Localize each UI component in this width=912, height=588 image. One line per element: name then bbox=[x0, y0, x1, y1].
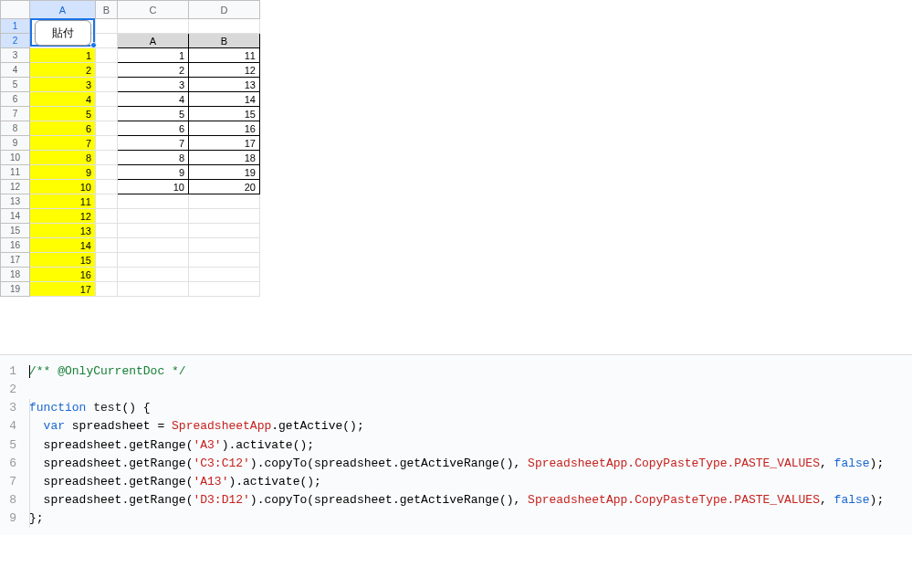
row-header[interactable]: 4 bbox=[1, 63, 30, 78]
cell[interactable]: 4 bbox=[118, 92, 189, 107]
cell[interactable] bbox=[96, 194, 118, 209]
cell[interactable]: 3 bbox=[118, 78, 189, 92]
cell[interactable]: 17 bbox=[189, 136, 260, 151]
cell[interactable]: 1 bbox=[118, 48, 189, 63]
cell[interactable] bbox=[96, 107, 118, 121]
code-line[interactable]: 4 var spreadsheet = SpreadsheetApp.getAc… bbox=[0, 417, 912, 436]
row-header[interactable]: 12 bbox=[1, 180, 30, 194]
row-header[interactable]: 6 bbox=[1, 92, 30, 107]
row-header[interactable]: 11 bbox=[1, 165, 30, 180]
cell[interactable] bbox=[96, 238, 118, 253]
cell[interactable]: 15 bbox=[30, 253, 96, 268]
row-header[interactable]: 2 bbox=[1, 34, 30, 48]
cell[interactable] bbox=[96, 209, 118, 224]
cell[interactable]: 16 bbox=[30, 268, 96, 282]
cell[interactable]: 11 bbox=[189, 48, 260, 63]
cell[interactable]: 1 bbox=[30, 48, 96, 63]
row-header[interactable]: 3 bbox=[1, 48, 30, 63]
cell[interactable] bbox=[96, 63, 118, 78]
code-line[interactable]: 9}; bbox=[0, 509, 912, 528]
row-header[interactable]: 9 bbox=[1, 136, 30, 151]
cell[interactable]: 6 bbox=[30, 121, 96, 136]
cell[interactable] bbox=[118, 282, 189, 297]
code-line[interactable]: 2 bbox=[0, 381, 912, 399]
cell[interactable] bbox=[96, 92, 118, 107]
code-line[interactable]: 8 spreadsheet.getRange('D3:D12').copyTo(… bbox=[0, 491, 912, 509]
cell[interactable]: 11 bbox=[30, 194, 96, 209]
code-line[interactable]: 5 spreadsheet.getRange('A3').activate(); bbox=[0, 436, 912, 455]
code-content[interactable]: }; bbox=[29, 509, 44, 528]
cell[interactable] bbox=[118, 19, 189, 34]
cell[interactable] bbox=[189, 268, 260, 282]
cell[interactable]: 20 bbox=[189, 180, 260, 194]
row-header[interactable]: 10 bbox=[1, 151, 30, 165]
code-line[interactable]: 7 spreadsheet.getRange('A13').activate()… bbox=[0, 473, 912, 491]
code-content[interactable]: var spreadsheet = SpreadsheetApp.getActi… bbox=[29, 417, 364, 436]
cell[interactable]: 2 bbox=[118, 63, 189, 78]
row-header[interactable]: 8 bbox=[1, 121, 30, 136]
cell[interactable]: 14 bbox=[189, 92, 260, 107]
cell[interactable] bbox=[118, 209, 189, 224]
cell[interactable] bbox=[96, 282, 118, 297]
cell[interactable] bbox=[118, 194, 189, 209]
cell[interactable] bbox=[118, 238, 189, 253]
code-content[interactable]: spreadsheet.getRange('A13').activate(); bbox=[29, 473, 321, 491]
cell[interactable]: 8 bbox=[30, 151, 96, 165]
cell[interactable]: 17 bbox=[30, 282, 96, 297]
row-header[interactable]: 1 bbox=[1, 19, 30, 34]
col-header-b[interactable]: B bbox=[96, 1, 118, 19]
cell[interactable]: 16 bbox=[189, 121, 260, 136]
code-line[interactable]: 1/** @OnlyCurrentDoc */ bbox=[0, 362, 912, 381]
cell[interactable]: B bbox=[189, 34, 260, 48]
cell[interactable] bbox=[96, 253, 118, 268]
cell[interactable]: 13 bbox=[189, 78, 260, 92]
cell[interactable]: 6 bbox=[118, 121, 189, 136]
cell[interactable] bbox=[96, 224, 118, 238]
row-header[interactable]: 18 bbox=[1, 268, 30, 282]
cell[interactable]: 10 bbox=[118, 180, 189, 194]
cell[interactable]: 12 bbox=[30, 209, 96, 224]
cell[interactable]: 5 bbox=[118, 107, 189, 121]
code-content[interactable]: spreadsheet.getRange('A3').activate(); bbox=[29, 436, 314, 455]
cell[interactable]: A bbox=[118, 34, 189, 48]
cell[interactable]: 10 bbox=[30, 180, 96, 194]
code-content[interactable]: spreadsheet.getRange('D3:D12').copyTo(sp… bbox=[29, 491, 884, 509]
code-editor[interactable]: 1/** @OnlyCurrentDoc */23function test()… bbox=[0, 354, 912, 535]
cell[interactable] bbox=[96, 268, 118, 282]
cell[interactable] bbox=[189, 282, 260, 297]
cell[interactable]: 3 bbox=[30, 78, 96, 92]
cell[interactable]: 5 bbox=[30, 107, 96, 121]
cell[interactable]: 4 bbox=[30, 92, 96, 107]
row-header[interactable]: 5 bbox=[1, 78, 30, 92]
cell[interactable]: 13 bbox=[30, 224, 96, 238]
code-line[interactable]: 3function test() { bbox=[0, 399, 912, 417]
cell[interactable]: 9 bbox=[118, 165, 189, 180]
row-header[interactable]: 15 bbox=[1, 224, 30, 238]
cell[interactable]: 8 bbox=[118, 151, 189, 165]
row-header[interactable]: 14 bbox=[1, 209, 30, 224]
cell[interactable] bbox=[189, 238, 260, 253]
paste-button[interactable]: 貼付 bbox=[35, 20, 91, 46]
cell[interactable]: 14 bbox=[30, 238, 96, 253]
cell[interactable]: 12 bbox=[189, 63, 260, 78]
row-header[interactable]: 13 bbox=[1, 194, 30, 209]
cell[interactable] bbox=[96, 136, 118, 151]
cell[interactable] bbox=[96, 34, 118, 48]
row-header[interactable]: 17 bbox=[1, 253, 30, 268]
cell[interactable] bbox=[96, 165, 118, 180]
cell[interactable] bbox=[96, 19, 118, 34]
cell[interactable] bbox=[96, 48, 118, 63]
row-header[interactable]: 16 bbox=[1, 238, 30, 253]
cell[interactable] bbox=[118, 224, 189, 238]
cell[interactable] bbox=[96, 180, 118, 194]
row-header[interactable]: 7 bbox=[1, 107, 30, 121]
cell[interactable]: 19 bbox=[189, 165, 260, 180]
cell[interactable]: 2 bbox=[30, 63, 96, 78]
cell[interactable]: 18 bbox=[189, 151, 260, 165]
cell[interactable]: 7 bbox=[118, 136, 189, 151]
col-header-c[interactable]: C bbox=[118, 1, 189, 19]
cell[interactable] bbox=[189, 194, 260, 209]
code-content[interactable]: /** @OnlyCurrentDoc */ bbox=[29, 362, 186, 381]
code-content[interactable]: spreadsheet.getRange('C3:C12').copyTo(sp… bbox=[29, 455, 884, 473]
col-header-d[interactable]: D bbox=[189, 1, 260, 19]
